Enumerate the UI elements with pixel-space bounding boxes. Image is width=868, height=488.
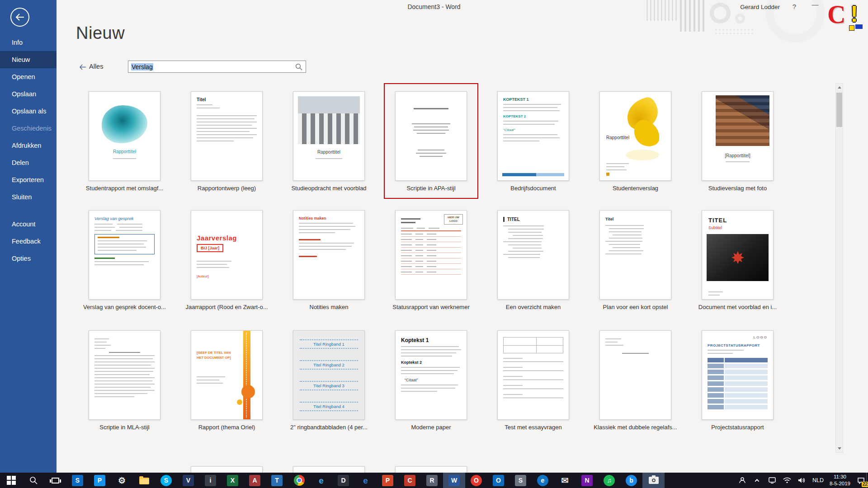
arrow-left-icon: [79, 64, 86, 70]
sidebar-item-account[interactable]: Account: [0, 216, 57, 233]
scrollbar[interactable]: [835, 83, 843, 453]
clock[interactable]: 11:30 8-5-2019: [830, 474, 850, 487]
powerpoint-app-icon[interactable]: P: [377, 473, 399, 488]
template-card-een-overzicht-maken[interactable]: TITELEen overzicht maken: [497, 210, 569, 310]
skype-app-icon[interactable]: S: [155, 473, 177, 488]
clock-date: 8-5-2019: [830, 480, 850, 487]
template-name: Verslag van gesprek docent-o...: [75, 304, 175, 310]
template-search-input[interactable]: Verslag: [128, 61, 306, 73]
task-view-button[interactable]: [44, 473, 66, 488]
template-card-studieverslag-met-foto[interactable]: [Rapporttitel]Studieverslag met foto: [702, 91, 774, 192]
template-name: Projectstatusrapport: [688, 424, 788, 431]
app-icon-4[interactable]: D: [332, 473, 354, 488]
chrome-app-icon[interactable]: [288, 473, 310, 488]
internet-explorer-icon[interactable]: e: [310, 473, 332, 488]
app-icon-6[interactable]: R: [421, 473, 443, 488]
app-icon-8[interactable]: e: [532, 473, 554, 488]
template-card-moderne-paper[interactable]: Koptekst 1Koptekst 2“Citaat”Moderne pape…: [395, 330, 467, 431]
spotify-app-icon[interactable]: ♫: [598, 473, 620, 488]
sidebar-item-nieuw[interactable]: Nieuw: [0, 51, 57, 68]
tray-chevron-up-icon[interactable]: [753, 473, 762, 488]
app-icon-3[interactable]: T: [266, 473, 288, 488]
search-selected-text: Verslag: [131, 63, 153, 70]
scrollbar-thumb[interactable]: [836, 93, 842, 127]
template-card-rapportontwerp-leeg[interactable]: TitelRapportontwerp (leeg): [191, 91, 263, 192]
template-card-statusrapport-van-werknemer[interactable]: HIER UW LOGOStatusrapport van werknemer: [395, 210, 467, 310]
chrome-icon: [294, 475, 305, 486]
template-card-studentenverslag[interactable]: RapporttitelStudentenverslag: [599, 91, 671, 192]
template-name: Bedrijfsdocument: [484, 185, 583, 192]
filter-back-label[interactable]: Alles: [89, 63, 103, 70]
edge-app-icon[interactable]: e: [354, 473, 377, 488]
template-card-studieopdracht-met-voorblad[interactable]: RapporttitelStudieopdracht met voorblad: [293, 91, 365, 192]
back-button[interactable]: [10, 8, 29, 27]
app-icon-7[interactable]: S: [509, 473, 532, 488]
taskbar-search-button[interactable]: [22, 473, 44, 488]
template-card-rapport-thema-oriel[interactable]: [GEEF DE TITEL VAN HET DOCUMENT OP]Rappo…: [191, 330, 263, 431]
sidebar-item-exporteren[interactable]: Exporteren: [0, 171, 57, 188]
filter-back-button[interactable]: [79, 64, 86, 72]
template-card-2-ringbandtabbladen-4-per[interactable]: Titel Ringband 1Titel Ringband 2Titel Ri…: [293, 330, 365, 431]
template-card-projectstatusrapport[interactable]: LOGOPROJECTSTATUSRAPPORTProjectstatusrap…: [702, 330, 774, 431]
camera-icon: [649, 477, 659, 484]
access-app-icon[interactable]: A: [244, 473, 266, 488]
outlook-app-icon[interactable]: O: [487, 473, 509, 488]
network-wifi-icon[interactable]: [783, 473, 792, 488]
settings-app-icon[interactable]: ⚙: [111, 473, 133, 488]
template-card-verslag-van-gesprek-docent-o[interactable]: Verslag van gesprekVerslag van gesprek d…: [89, 210, 160, 310]
language-indicator[interactable]: NLD: [812, 477, 824, 483]
template-card-bedrijfsdocument[interactable]: KOPTEKST 1KOPTEKST 2“Citaat”Bedrijfsdocu…: [497, 91, 569, 192]
sidebar-item-delen[interactable]: Delen: [0, 154, 57, 171]
people-icon[interactable]: [738, 473, 747, 488]
template-card-plan-voor-een-kort-opstel[interactable]: TitelPlan voor een kort opstel: [599, 210, 671, 310]
scroll-up-arrow[interactable]: [836, 84, 843, 91]
template-card-jaarrapport-rood-en-zwart-o[interactable]: JaarverslagBIJ [Jaar][Auteur]Jaarrapport…: [191, 210, 263, 310]
template-thumbnail: TITELSubtitel: [702, 210, 774, 300]
template-card-studentrapport-met-omslagf[interactable]: RapporttitelStudentrapport met omslagf..…: [89, 91, 160, 192]
search-icon[interactable]: [295, 63, 302, 72]
display-icon[interactable]: [768, 473, 777, 488]
word-app-icon[interactable]: W: [443, 473, 465, 488]
opera-app-icon[interactable]: O: [465, 473, 487, 488]
template-card-partial[interactable]: [191, 466, 263, 473]
template-name: Moderne paper: [382, 424, 481, 431]
template-card-partial[interactable]: [293, 466, 365, 473]
show-desktop-button[interactable]: [866, 473, 868, 488]
sidebar-item-opslaan-als[interactable]: Opslaan als: [0, 103, 57, 120]
screenshot-tool-icon[interactable]: [642, 473, 665, 488]
sidebar-item-feedback[interactable]: Feedback: [0, 233, 57, 250]
template-card-document-met-voorblad-en-i[interactable]: TITELSubtitelDocument met voorblad en i.…: [702, 210, 774, 310]
template-name: Klassiek met dubbele regelafs...: [586, 424, 685, 431]
store-app-icon[interactable]: S: [66, 473, 89, 488]
sidebar-item-info[interactable]: Info: [0, 34, 57, 51]
app-icon-9[interactable]: b: [620, 473, 642, 488]
mail-app-icon[interactable]: ✉: [554, 473, 576, 488]
file-explorer-icon[interactable]: [133, 473, 155, 488]
onenote-app-icon[interactable]: N: [576, 473, 598, 488]
template-name: Studieverslag met foto: [688, 185, 788, 192]
template-card-klassiek-met-dubbele-regelafs[interactable]: Klassiek met dubbele regelafs...: [599, 330, 671, 431]
template-thumbnail: Titel Ringband 1Titel Ringband 2Titel Ri…: [293, 330, 365, 420]
app-icon-1[interactable]: V: [177, 473, 199, 488]
sidebar-item-afdrukken[interactable]: Afdrukken: [0, 137, 57, 154]
photos-app-icon[interactable]: P: [89, 473, 111, 488]
app-icon-2[interactable]: i: [199, 473, 222, 488]
template-card-scriptie-in-apa-stijl[interactable]: Scriptie in APA-stijl: [395, 91, 467, 192]
app-icon-5[interactable]: C: [399, 473, 421, 488]
sidebar-item-opties[interactable]: Opties: [0, 250, 57, 267]
template-card-test-met-essayvragen[interactable]: Test met essayvragen: [497, 330, 569, 431]
action-center-icon[interactable]: 22: [856, 473, 865, 488]
sidebar-item-sluiten[interactable]: Sluiten: [0, 188, 57, 206]
volume-icon[interactable]: [797, 473, 807, 488]
template-row: Scriptie in MLA-stijl[GEEF DE TITEL VAN …: [89, 330, 774, 431]
template-row-partial: [191, 466, 467, 473]
scroll-down-arrow[interactable]: [836, 445, 843, 452]
template-card-notities-maken[interactable]: Notities makenNotities maken: [293, 210, 365, 310]
template-card-scriptie-in-mla-stijl[interactable]: Scriptie in MLA-stijl: [89, 330, 160, 431]
template-name: Een overzicht maken: [484, 304, 583, 310]
excel-app-icon[interactable]: X: [222, 473, 244, 488]
sidebar-item-opslaan[interactable]: Opslaan: [0, 85, 57, 103]
template-card-partial[interactable]: [395, 466, 467, 473]
start-button[interactable]: [0, 473, 22, 488]
sidebar-item-openen[interactable]: Openen: [0, 68, 57, 85]
